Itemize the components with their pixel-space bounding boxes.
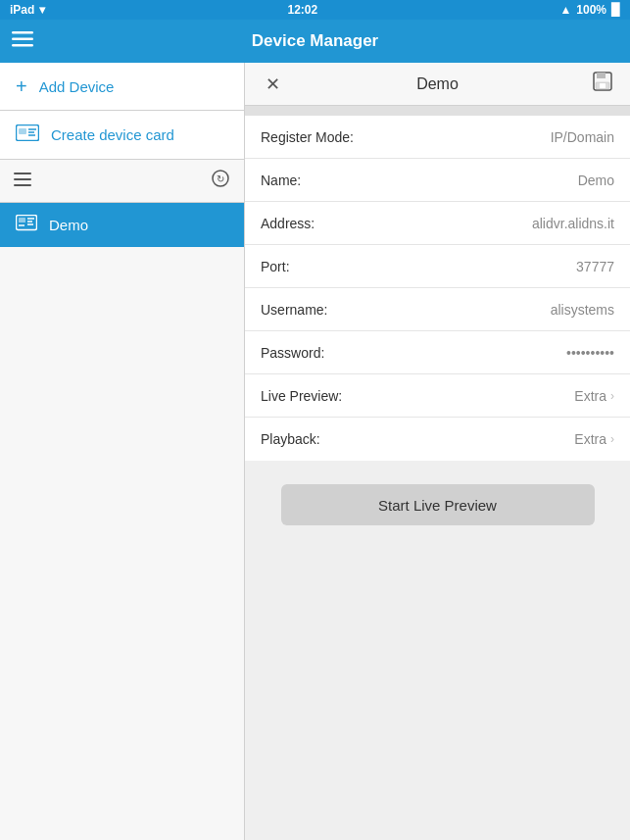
password-label: Password: bbox=[261, 345, 324, 361]
close-button[interactable]: ✕ bbox=[259, 74, 286, 95]
name-value: Demo bbox=[578, 173, 614, 188]
time-label: 12:02 bbox=[288, 3, 318, 17]
playback-label: Playback: bbox=[261, 431, 320, 447]
detail-separator bbox=[245, 106, 630, 116]
create-device-card-button[interactable]: Create device card bbox=[0, 111, 244, 160]
username-label: Username: bbox=[261, 302, 327, 318]
list-icon[interactable] bbox=[14, 172, 31, 191]
live-preview-chevron-icon: › bbox=[610, 389, 614, 403]
playback-value-group: Extra › bbox=[574, 431, 614, 447]
detail-panel: ✕ Demo Register Mode: IP/Domai bbox=[245, 63, 630, 840]
status-right: ▲ 100% ▉ bbox=[559, 3, 620, 17]
svg-rect-2 bbox=[12, 44, 33, 47]
field-port: Port: 37777 bbox=[245, 245, 630, 288]
svg-text:↻: ↻ bbox=[217, 173, 224, 184]
app-title: Device Manager bbox=[252, 31, 378, 51]
register-mode-value: IP/Domain bbox=[551, 129, 614, 145]
add-device-label: Add Device bbox=[39, 78, 115, 95]
address-label: Address: bbox=[261, 216, 315, 231]
username-value: alisystems bbox=[551, 302, 614, 318]
battery-icon: ▉ bbox=[611, 3, 620, 17]
live-preview-value-group: Extra › bbox=[574, 388, 614, 404]
svg-rect-4 bbox=[19, 128, 26, 134]
status-left: iPad ▾ bbox=[10, 3, 45, 17]
add-device-icon: + bbox=[16, 76, 27, 96]
demo-item-label: Demo bbox=[49, 217, 88, 233]
detail-title: Demo bbox=[416, 75, 459, 93]
svg-rect-10 bbox=[14, 184, 31, 186]
start-live-preview-button[interactable]: Start Live Preview bbox=[281, 484, 595, 525]
app-header: Device Manager bbox=[0, 20, 630, 63]
add-device-button[interactable]: + Add Device bbox=[0, 63, 244, 111]
action-area: Start Live Preview bbox=[245, 461, 630, 549]
carrier-label: iPad bbox=[10, 3, 34, 17]
live-preview-value: Extra bbox=[574, 388, 606, 404]
svg-rect-8 bbox=[14, 173, 31, 174]
menu-button[interactable] bbox=[12, 31, 33, 52]
field-live-preview[interactable]: Live Preview: Extra › bbox=[245, 374, 630, 418]
main-layout: + Add Device Create device card bbox=[0, 63, 630, 840]
port-label: Port: bbox=[261, 259, 290, 274]
sidebar-item-demo[interactable]: Demo bbox=[0, 203, 244, 247]
status-bar: iPad ▾ 12:02 ▲ 100% ▉ bbox=[0, 0, 630, 20]
register-mode-label: Register Mode: bbox=[261, 129, 354, 145]
name-label: Name: bbox=[261, 173, 301, 188]
field-playback[interactable]: Playback: Extra › bbox=[245, 418, 630, 461]
field-address: Address: alidvr.alidns.it bbox=[245, 202, 630, 245]
live-preview-label: Live Preview: bbox=[261, 388, 342, 404]
password-value: •••••••••• bbox=[566, 345, 614, 361]
detail-fields: Register Mode: IP/Domain Name: Demo Addr… bbox=[245, 116, 630, 461]
field-username: Username: alisystems bbox=[245, 288, 630, 331]
sidebar: + Add Device Create device card bbox=[0, 63, 245, 840]
location-icon: ▲ bbox=[559, 3, 571, 17]
detail-header: ✕ Demo bbox=[245, 63, 630, 106]
sort-icon[interactable]: ↻ bbox=[211, 170, 230, 192]
svg-rect-14 bbox=[19, 218, 25, 222]
field-password: Password: •••••••••• bbox=[245, 331, 630, 374]
playback-chevron-icon: › bbox=[610, 432, 614, 446]
save-icon bbox=[593, 72, 612, 96]
field-name: Name: Demo bbox=[245, 159, 630, 202]
device-icon bbox=[16, 215, 37, 235]
create-card-icon bbox=[16, 124, 39, 145]
port-value: 37777 bbox=[576, 259, 614, 274]
close-icon: ✕ bbox=[266, 74, 280, 95]
svg-rect-1 bbox=[12, 37, 33, 40]
playback-value: Extra bbox=[574, 431, 606, 447]
svg-rect-0 bbox=[12, 31, 33, 34]
create-device-card-label: Create device card bbox=[51, 126, 174, 143]
address-value: alidvr.alidns.it bbox=[532, 216, 614, 231]
wifi-icon: ▾ bbox=[39, 3, 45, 17]
battery-label: 100% bbox=[576, 3, 606, 17]
svg-rect-20 bbox=[597, 73, 606, 78]
svg-rect-22 bbox=[600, 83, 606, 88]
sidebar-toolbar: ↻ bbox=[0, 160, 244, 203]
svg-rect-9 bbox=[14, 178, 31, 180]
save-button[interactable] bbox=[589, 72, 616, 96]
field-register-mode: Register Mode: IP/Domain bbox=[245, 116, 630, 159]
